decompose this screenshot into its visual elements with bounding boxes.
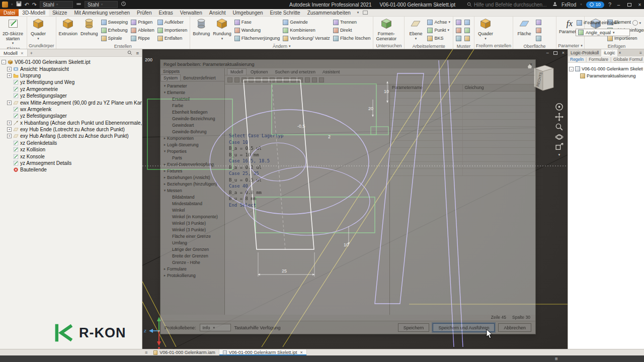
redo-icon[interactable]: ↷: [32, 0, 37, 9]
tree-item-ewx-mitte-armsegment-90-00-grd-zu-yz-plane-um-kante[interactable]: +ewx Mitte Armsegment (90,00 grd zu YZ P…: [0, 99, 142, 106]
ribbon-tab-umgebungen[interactable]: Umgebungen: [229, 9, 267, 16]
grid-row[interactable]: [390, 134, 535, 141]
importieren-button[interactable]: Importieren: [156, 26, 189, 34]
grid-row[interactable]: [390, 99, 535, 106]
trennen-button[interactable]: Trennen: [332, 18, 372, 26]
erhebung-button[interactable]: Erhebung: [100, 26, 129, 34]
expander-icon[interactable]: +: [7, 67, 12, 71]
nav-tab-regeln[interactable]: Regeln: [570, 57, 584, 62]
pattern-tool-button[interactable]: [455, 18, 462, 26]
snippet-properties[interactable]: ▾Properties: [160, 148, 224, 154]
extrusion-button[interactable]: Extrusion: [58, 18, 79, 37]
nav-tab-formulare[interactable]: Formulare: [589, 57, 608, 62]
bks-button[interactable]: BKS: [426, 34, 451, 42]
minimize-button[interactable]: –: [615, 2, 622, 8]
tab-logic-protokoll[interactable]: Logic-Protokoll: [568, 49, 601, 56]
toolbar-icon[interactable]: [227, 77, 232, 82]
snippet-komponenten[interactable]: ▸Komponenten: [160, 135, 224, 141]
app-menu-caret-icon[interactable]: ▾: [11, 0, 13, 9]
browser-tab-modell[interactable]: Modell ×: [0, 49, 28, 56]
tree-item-x-hubanfang-achse-durch-punkt-und-ebenennormale-yz-plane[interactable]: +x Hubanfang (Achse durch Punkt und Eben…: [0, 120, 142, 126]
expander-icon[interactable]: +: [7, 101, 12, 105]
toolbar-icon[interactable]: [270, 77, 275, 82]
ribbon-tab-extras[interactable]: Extras: [155, 9, 176, 16]
snippet-umfang[interactable]: Umfang: [160, 239, 224, 246]
grid-row[interactable]: [390, 148, 535, 155]
gewinde-button[interactable]: Gewinde: [282, 18, 331, 26]
ilogic-tree-root[interactable]: - V06-01-000 Gelenkarm Skelett.ipt: [569, 65, 643, 72]
entfalten-button[interactable]: Entfalten: [156, 34, 189, 42]
wandung-button[interactable]: Wandung: [233, 26, 281, 34]
snippet-tab-system[interactable]: System: [160, 74, 181, 81]
snippet-logik-steuerung[interactable]: ▸Logik-Steuerung: [160, 141, 224, 148]
grid-row[interactable]: [390, 92, 535, 99]
help-search[interactable]: [467, 2, 548, 8]
close-icon[interactable]: ×: [300, 350, 302, 355]
snippet-elemente[interactable]: ▾Elemente: [160, 89, 224, 96]
snippet-parameter[interactable]: ▾Parameter: [160, 82, 224, 89]
ableiten-button[interactable]: Ableiten: [130, 26, 155, 34]
pattern-tool-button[interactable]: [535, 18, 542, 26]
snippet-l-nge-der-grenzen[interactable]: Länge der Grenzen: [160, 246, 224, 252]
expander-icon[interactable]: +: [7, 73, 12, 78]
snippet-mindestabstand[interactable]: Mindestabstand: [160, 200, 224, 207]
panel-label-freiform-erstellen[interactable]: Freiform erstellen: [474, 43, 513, 49]
grid-row[interactable]: [390, 113, 535, 120]
snippet-ersatzteil[interactable]: Ersatzteil: [160, 96, 224, 102]
snippet-farbe[interactable]: Farbe: [160, 102, 224, 109]
pattern-tool-button[interactable]: [535, 26, 542, 34]
tree-item-v06-01-000-gelenkarm-skelett-ipt[interactable]: -V06-01-000 Gelenkarm Skelett.ipt: [0, 59, 142, 65]
panel-label-oberfl-che[interactable]: Oberfläche: [513, 43, 556, 49]
verdickung-versatz-button[interactable]: Verdickung/ Versatz: [282, 34, 331, 42]
grid-row[interactable]: [390, 106, 535, 113]
close-button[interactable]: ×: [636, 2, 643, 8]
toolbar-icon[interactable]: [242, 77, 247, 82]
notification-badge[interactable]: 10: [586, 2, 604, 8]
tabs-overflow-caret-icon[interactable]: ▾: [357, 11, 359, 15]
log-level-select[interactable]: Info▾: [200, 324, 231, 331]
rule-edit-dialog[interactable]: Regel bearbeiten: Parameteraktualisierun…: [160, 59, 536, 334]
aufkleber-button[interactable]: Aufkleber: [156, 18, 189, 26]
ilogic-rule-item[interactable]: Parameteraktualisierung: [569, 72, 643, 79]
save-icon[interactable]: [16, 0, 22, 9]
tree-item-yz-armgeometrie[interactable]: yz Armgeometrie: [0, 86, 142, 93]
nav-tab-globale-formul[interactable]: Globale Formul: [613, 57, 642, 62]
panel-label-untersuchen[interactable]: Untersuchen: [373, 43, 404, 49]
panel-label-ndern[interactable]: Ändern▾: [190, 43, 373, 49]
screen-share-icon[interactable]: [363, 11, 368, 15]
doc-tab-v06-01-000-gelenkarm-skelett-ipt[interactable]: V06-01-000 Gelenkarm Skelett.ipt×: [219, 349, 307, 355]
grid-row[interactable]: [390, 141, 535, 148]
fl-che-button[interactable]: Fläche: [515, 18, 534, 37]
panel-label-parameter[interactable]: Parameter▾: [556, 43, 584, 49]
material-select[interactable]: Stahl▾: [40, 1, 73, 8]
fl-chenverj-ngung-button[interactable]: Flächenverjüngung: [233, 34, 281, 42]
editor-tab-modell[interactable]: Modell: [227, 68, 247, 75]
doc-tab-v06-01-000-gelenkarm-iam[interactable]: V06-01-000 Gelenkarm.iam: [150, 349, 219, 355]
doc-restore-icon[interactable]: [553, 51, 557, 55]
editor-tab-optionen[interactable]: Optionen: [248, 68, 271, 75]
snippet-formulare[interactable]: ▸Formulare: [160, 265, 224, 272]
tree-item-bauteilende[interactable]: Bauteilende: [0, 166, 142, 173]
drehung-button[interactable]: Drehung: [79, 18, 99, 37]
snippet-gewinde-bezeichnung[interactable]: Gewinde-Bezeichnung: [160, 115, 224, 122]
dialog-title-bar[interactable]: Regel bearbeiten: Parameteraktualisierun…: [160, 60, 535, 68]
pattern-tool-button[interactable]: [463, 34, 471, 42]
kombinieren-button[interactable]: Kombinieren: [282, 26, 331, 34]
toolbar-icon[interactable]: [234, 77, 239, 82]
snippet-winkel-in-komponente[interactable]: Winkel (in Komponente): [160, 213, 224, 220]
snippet-tab-benutzerdefiniert[interactable]: Benutzerdefiniert: [181, 74, 218, 81]
snippet-beziehungen-ansicht[interactable]: ▸Beziehungen (Ansicht): [160, 174, 224, 180]
zoom-icon[interactable]: [555, 123, 564, 131]
fase-button[interactable]: Fase: [233, 18, 281, 26]
panel-menu-icon[interactable]: ≡: [639, 50, 644, 55]
tree-item-xz-kollision[interactable]: xz Kollision: [0, 146, 142, 153]
tree-item-ansicht-hauptansicht[interactable]: +Ansicht: Hauptansicht: [0, 65, 142, 72]
punkt-button[interactable]: Punkt▾: [426, 26, 451, 34]
panel-label-erstellen[interactable]: Erstellen: [56, 43, 190, 49]
bohrung-button[interactable]: Bohrung: [192, 18, 211, 37]
expander-icon[interactable]: +: [7, 121, 12, 125]
pattern-tool-button[interactable]: [535, 34, 542, 42]
user-name[interactable]: FxRod: [561, 2, 576, 8]
undo-icon[interactable]: ↶: [25, 0, 29, 9]
toolbar-icon[interactable]: [249, 77, 254, 82]
